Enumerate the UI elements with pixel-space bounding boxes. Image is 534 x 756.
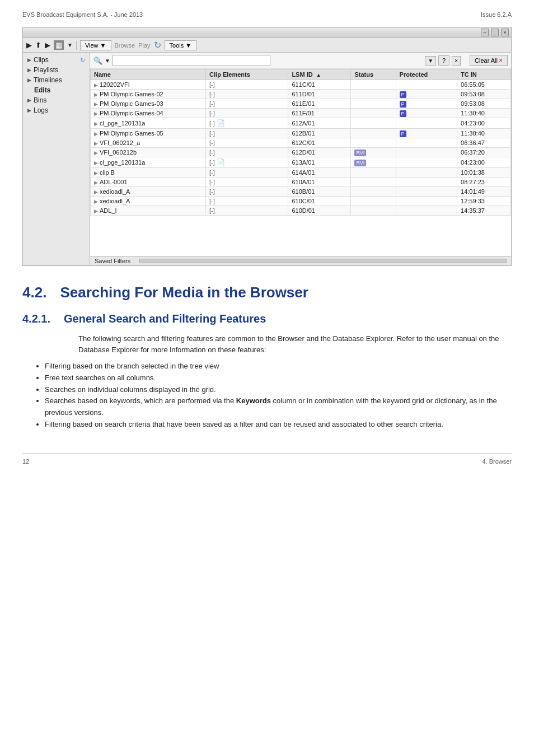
table-row[interactable]: ▶VFI_060212_a[-]612C/0106:36:47 <box>91 138 511 148</box>
cell-status <box>351 90 396 99</box>
search-dropdown-icon[interactable]: ▼ <box>425 56 436 66</box>
doc-header: EVS Broadcast Equipment S.A. - June 2013… <box>22 11 512 18</box>
table-row[interactable]: ▶cl_pge_120131a[-] 📄612A/0104:23:00 <box>91 118 511 129</box>
playlists-arrow: ▶ <box>27 67 31 73</box>
cell-status: RVI <box>351 148 396 157</box>
clear-all-icon: × <box>499 57 503 64</box>
cell-lsm-id: 612A/01 <box>288 118 351 129</box>
content-area: 🔍 ▼ ▼ ? × Clear All × <box>90 53 511 265</box>
table-row[interactable]: ▶PM Olympic Games-03[-]611E/01P09:53:08 <box>91 99 511 109</box>
sidebar-item-bins[interactable]: ▶ Bins <box>23 95 90 105</box>
col-header-clip-elements[interactable]: Clip Elements <box>206 69 288 80</box>
cell-status <box>351 197 396 206</box>
cell-lsm-id: 610C/01 <box>288 197 351 206</box>
saved-filters-label: Saved Filters <box>95 258 130 264</box>
view-button[interactable]: View ▼ <box>80 40 111 50</box>
cell-name: ▶ADL_I <box>91 206 206 216</box>
sidebar-item-logs[interactable]: ▶ Logs <box>23 105 90 115</box>
refresh-icon[interactable]: ↻ <box>154 40 161 50</box>
table-row[interactable]: ▶ADL-0001[-]610A/0108:27:23 <box>91 178 511 187</box>
table-row[interactable]: ▶clip B[-]614A/0110:01:38 <box>91 168 511 178</box>
table-row[interactable]: ▶PM Olympic Games-02[-]611D/01P09:53:08 <box>91 90 511 99</box>
bins-arrow: ▶ <box>27 97 31 103</box>
minimize-button[interactable]: – <box>481 29 489 36</box>
cell-status <box>351 80 396 90</box>
bullet-item: Filtering based on search criteria that … <box>45 419 512 431</box>
cell-tc-in: 09:53:08 <box>457 90 511 99</box>
bullet-item: Searches on individual columns displayed… <box>45 384 512 396</box>
toolbar-icon-4: ▦ <box>54 40 64 50</box>
cell-clip-elements: [-] <box>206 168 288 178</box>
help-button[interactable]: ? <box>438 55 449 66</box>
section-421-heading: 4.2.1. General Search and Filtering Feat… <box>22 312 512 325</box>
toolbar-icon-1: ▶ <box>26 41 32 49</box>
cell-lsm-id: 612B/01 <box>288 129 351 138</box>
file-icon: 📄 <box>217 119 225 127</box>
cell-name: ▶VFI_060212_a <box>91 138 206 148</box>
bottom-bar: Saved Filters <box>90 256 511 265</box>
cell-name: ▶PM Olympic Games-04 <box>91 109 206 118</box>
sidebar-item-clips[interactable]: ▶ Clips ↻ <box>23 55 90 65</box>
clips-refresh-icon: ↻ <box>80 57 85 64</box>
main-area: ▶ Clips ↻ ▶ Playlists ▶ Timelines Edits … <box>23 53 511 265</box>
cell-tc-in: 14:35:37 <box>457 206 511 216</box>
bullet-list: Filtering based on the branch selected i… <box>45 361 512 431</box>
protected-badge: P <box>400 91 406 98</box>
col-header-status[interactable]: Status <box>351 69 396 80</box>
section-42-heading: 4.2. Searching For Media in the Browser <box>22 284 512 301</box>
cell-clip-elements: [-] <box>206 187 288 197</box>
file-icon: 📄 <box>217 158 225 166</box>
timelines-label: Timelines <box>34 76 62 84</box>
search-input[interactable] <box>113 55 270 66</box>
table-row[interactable]: ▶cl_pge_120131a[-] 📄613A/01RVI04:23:00 <box>91 157 511 168</box>
cell-status <box>351 187 396 197</box>
sidebar-item-playlists[interactable]: ▶ Playlists <box>23 65 90 75</box>
cell-name: ▶cl_pge_120131a <box>91 118 206 129</box>
cell-tc-in: 04:23:00 <box>457 118 511 129</box>
cell-name: ▶PM Olympic Games-02 <box>91 90 206 99</box>
cell-protected <box>396 197 457 206</box>
cell-clip-elements: [-] <box>206 99 288 109</box>
cell-clip-elements: [-] <box>206 90 288 99</box>
col-header-lsm-id[interactable]: LSM ID ▲ <box>288 69 351 80</box>
table-header-row: Name Clip Elements LSM ID ▲ Status Prote… <box>91 69 511 80</box>
cell-status <box>351 178 396 187</box>
table-row[interactable]: ▶xedioadl_A[-]610C/0112:59:33 <box>91 197 511 206</box>
cell-status <box>351 129 396 138</box>
tools-button[interactable]: Tools ▼ <box>165 40 197 50</box>
logs-label: Logs <box>34 106 48 114</box>
status-badge: RVI <box>354 160 366 166</box>
cell-status <box>351 109 396 118</box>
close-button[interactable]: × <box>501 29 509 36</box>
logs-arrow: ▶ <box>27 108 31 113</box>
keywords-bold: Keywords <box>236 396 271 405</box>
protected-badge: P <box>400 110 406 117</box>
col-header-protected[interactable]: Protected <box>396 69 457 80</box>
table-row[interactable]: ▶PM Olympic Games-05[-]612B/01P11:30:40 <box>91 129 511 138</box>
table-row[interactable]: ▶VFI_060212b[-]612D/01RVI06:37:20 <box>91 148 511 157</box>
table-row[interactable]: ▶xedioadl_A[-]610B/0114:01:49 <box>91 187 511 197</box>
cell-tc-in: 08:27:23 <box>457 178 511 187</box>
cell-protected <box>396 80 457 90</box>
status-badge: RVI <box>354 150 366 156</box>
clips-label: Clips <box>34 56 49 64</box>
clear-search-button[interactable]: × <box>452 56 461 66</box>
sidebar-item-timelines[interactable]: ▶ Timelines <box>23 75 90 85</box>
table-row[interactable]: ▶120202VFI[-]611C/0106:55:05 <box>91 80 511 90</box>
cell-status <box>351 99 396 109</box>
cell-tc-in: 09:53:08 <box>457 99 511 109</box>
toolbar-icon-3: ▶ <box>45 41 50 49</box>
search-dropdown-arrow[interactable]: ▼ <box>105 58 110 64</box>
footer-left: 12 <box>22 458 29 465</box>
cell-tc-in: 11:30:40 <box>457 129 511 138</box>
cell-tc-in: 11:30:40 <box>457 109 511 118</box>
table-row[interactable]: ▶PM Olympic Games-04[-]611F/01P11:30:40 <box>91 109 511 118</box>
table-row[interactable]: ▶ADL_I[-]610D/0114:35:37 <box>91 206 511 216</box>
col-header-tc-in[interactable]: TC IN <box>457 69 511 80</box>
cell-name: ▶xedioadl_A <box>91 197 206 206</box>
restore-button[interactable]: _ <box>491 29 499 36</box>
sidebar-item-edits[interactable]: Edits <box>23 85 90 95</box>
clear-all-button[interactable]: Clear All × <box>470 55 508 66</box>
data-table: Name Clip Elements LSM ID ▲ Status Prote… <box>90 69 511 216</box>
col-header-name[interactable]: Name <box>91 69 206 80</box>
